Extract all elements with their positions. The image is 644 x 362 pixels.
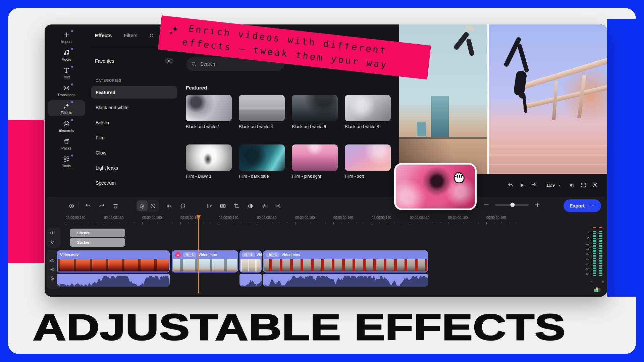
- category-spectrum[interactable]: Spectrum: [91, 177, 177, 189]
- effect-card[interactable]: Black and white 4: [239, 95, 285, 129]
- aspect-ratio-select[interactable]: 16:9: [546, 183, 561, 188]
- undo-button[interactable]: [83, 200, 93, 211]
- sidebar-item-import[interactable]: Import: [48, 29, 85, 45]
- sticker-clip[interactable]: Sticker: [70, 229, 125, 237]
- effect-card[interactable]: Black and white 8: [345, 95, 391, 129]
- effect-thumbnail[interactable]: [292, 144, 338, 171]
- clip-audio-waveform[interactable]: [263, 274, 428, 287]
- sidebar-item-elements[interactable]: Elements: [48, 118, 85, 134]
- clip-audio-waveform[interactable]: [57, 274, 170, 287]
- sidebar-item-effects[interactable]: Effects: [48, 100, 85, 116]
- poster-canvas: Import Audio Text Transitions Effects El…: [8, 8, 636, 354]
- disable-tool-button[interactable]: [148, 200, 158, 211]
- category-black-and-white[interactable]: Black and white: [91, 101, 177, 114]
- effect-card[interactable]: Black and white 1: [186, 95, 232, 129]
- record-button[interactable]: [66, 200, 77, 211]
- effect-card[interactable]: Film - B&W 1: [186, 144, 232, 179]
- toolbar-divider: [78, 202, 78, 209]
- effect-card[interactable]: Film - soft: [345, 144, 391, 179]
- category-light-leaks[interactable]: Light leaks: [91, 162, 177, 174]
- tab-o[interactable]: O: [150, 33, 154, 38]
- ruler-cell: 00:00:00.160: [410, 214, 448, 225]
- adjust-button[interactable]: [259, 200, 269, 211]
- split-scissors-button[interactable]: [164, 200, 174, 211]
- zoom-in-button[interactable]: [534, 201, 541, 208]
- transitions-icon: [63, 84, 70, 92]
- chevron-down-icon[interactable]: [591, 204, 595, 208]
- clip-audio-waveform[interactable]: [239, 274, 262, 287]
- timeline-clip-video-3[interactable]: fx · 1 Vid: [239, 250, 262, 273]
- effect-card[interactable]: Film - dark blue: [239, 144, 285, 179]
- ruler-cell: 00:00:00.160: [219, 214, 257, 225]
- sidebar-item-audio[interactable]: Audio: [48, 47, 85, 63]
- audio-meter-icon[interactable]: [594, 287, 600, 292]
- crop-button[interactable]: [231, 200, 242, 211]
- redo-button[interactable]: [528, 180, 539, 191]
- contrast-button[interactable]: [245, 200, 256, 211]
- effect-thumbnail[interactable]: [292, 95, 338, 121]
- select-tool-button[interactable]: [137, 200, 148, 211]
- delete-button[interactable]: [110, 200, 121, 211]
- zoom-slider[interactable]: [495, 204, 529, 206]
- category-glow[interactable]: Glow: [91, 146, 177, 159]
- timeline-clip-video-4[interactable]: fx · 1 Video.mov: [263, 250, 428, 273]
- timeline-ruler[interactable]: 00:00:00.160 00:00:00.160 00:00:00.160 0…: [66, 214, 542, 225]
- category-list: FeaturedBlack and whiteBokehFilmGlowLigh…: [91, 86, 177, 192]
- zoom-slider-handle[interactable]: [511, 203, 515, 207]
- search-input[interactable]: [200, 61, 279, 67]
- timeline-clip-video-2[interactable]: fx · 1 Video.mov: [172, 250, 238, 273]
- tab-filters[interactable]: Filters: [124, 33, 138, 38]
- effect-card[interactable]: Black and white 6: [292, 95, 338, 129]
- undo-button[interactable]: [505, 180, 516, 191]
- effects-grid: Black and white 1 Black and white 4 Blac…: [186, 95, 400, 179]
- favorites-label: Favorites: [95, 58, 114, 64]
- tab-effects[interactable]: Effects: [95, 33, 112, 38]
- fx-badge: fx · 1: [242, 252, 255, 257]
- dragged-effect-preview-card[interactable]: [394, 163, 477, 210]
- eye-icon[interactable]: [50, 258, 55, 263]
- ruler-cell: 00:00:00.160: [486, 214, 525, 225]
- panel-tabs: EffectsFiltersO: [95, 33, 154, 38]
- redo-button[interactable]: [96, 200, 107, 211]
- category-film[interactable]: Film: [91, 131, 177, 144]
- fullscreen-button[interactable]: [578, 180, 589, 191]
- category-featured[interactable]: Featured: [91, 86, 177, 99]
- favorites-row[interactable]: Favorites 0: [91, 56, 177, 66]
- transition-button[interactable]: [272, 200, 283, 211]
- playhead-line[interactable]: [198, 219, 199, 293]
- settings-button[interactable]: [589, 180, 600, 191]
- effect-thumbnail[interactable]: [186, 144, 232, 171]
- sidebar-item-tools[interactable]: Tools: [48, 154, 85, 170]
- zoom-out-button[interactable]: [483, 201, 490, 208]
- effect-thumbnail[interactable]: [239, 144, 285, 171]
- sidebar-item-packs[interactable]: Packs: [48, 136, 85, 152]
- sidebar-item-transitions[interactable]: Transitions: [48, 82, 85, 99]
- audio-levels-button[interactable]: [204, 200, 214, 211]
- poster-headline: ADJUSTABLE EFFECTS: [33, 306, 566, 348]
- sidebar-item-text[interactable]: Text: [48, 65, 85, 81]
- sticker-clip[interactable]: Sticker: [70, 238, 125, 247]
- effect-thumbnail[interactable]: [345, 95, 391, 121]
- tool-toggle-group: [136, 200, 159, 212]
- speaker-icon[interactable]: [50, 267, 55, 272]
- captions-button[interactable]: [217, 200, 228, 211]
- timeline-clip-video-1[interactable]: Video.mov: [57, 250, 170, 273]
- export-button[interactable]: Export: [564, 199, 601, 212]
- effect-thumbnail[interactable]: [345, 144, 391, 171]
- effect-thumbnail[interactable]: [186, 95, 232, 121]
- category-bokeh[interactable]: Bokeh: [91, 116, 177, 129]
- ruler-cell: 00:00:00.160: [66, 214, 104, 225]
- meter-left-label: L: [591, 281, 593, 284]
- effect-thumbnail[interactable]: [239, 95, 285, 121]
- ruler-cell: 00:00:00.160: [295, 214, 333, 225]
- mic-muted-icon[interactable]: [50, 276, 55, 281]
- shield-button[interactable]: [177, 200, 188, 211]
- export-divider: [588, 203, 588, 208]
- categories-title: CATEGORIES: [96, 79, 121, 82]
- unlink-icon[interactable]: [50, 240, 55, 245]
- timeline-toolbar: [66, 199, 286, 212]
- play-button[interactable]: [516, 180, 528, 191]
- effect-card[interactable]: Film - pink light: [292, 144, 338, 179]
- eye-icon[interactable]: [50, 230, 55, 236]
- volume-button[interactable]: [566, 180, 578, 191]
